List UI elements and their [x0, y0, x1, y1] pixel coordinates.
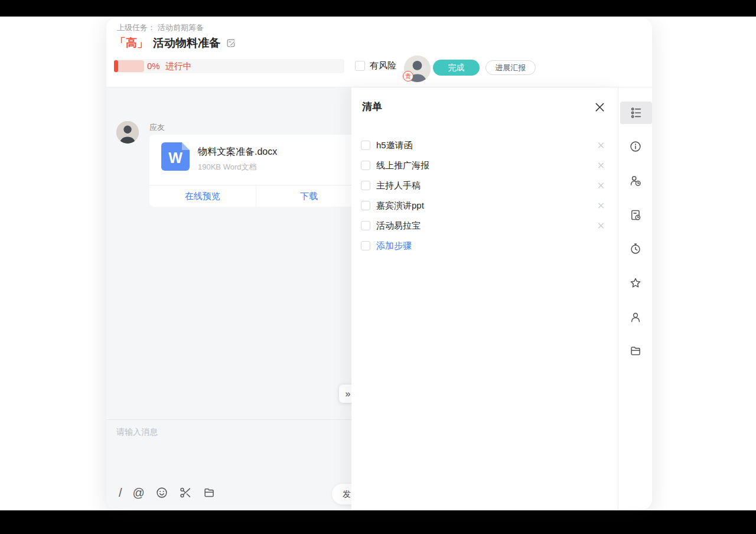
folder-icon[interactable]: [203, 486, 216, 499]
document-clock-icon: [629, 209, 642, 222]
risk-group: 有风险: [355, 60, 396, 71]
sender-avatar[interactable]: [116, 121, 139, 144]
scissors-icon[interactable]: [179, 486, 192, 499]
close-icon[interactable]: [594, 101, 606, 113]
emoji-icon[interactable]: [155, 486, 168, 499]
item-label: 活动易拉宝: [376, 220, 421, 232]
person-clock-icon: [629, 174, 642, 187]
item-label: 主持人手稿: [376, 180, 421, 191]
info-icon: [629, 140, 642, 153]
rail-item-task-record[interactable]: [618, 204, 652, 226]
edit-title-icon[interactable]: [226, 38, 236, 48]
checklist-item: 线上推广海报: [351, 155, 618, 175]
dialog-body: 应友 W 物料文案准备.docx 190KB Word文档 在线预览 下载 »: [106, 87, 652, 510]
remove-item-icon[interactable]: [597, 181, 605, 190]
send-label: 发: [343, 489, 351, 500]
rail-item-reminder[interactable]: [618, 237, 652, 260]
status-text: 进行中: [165, 61, 192, 71]
add-step-link[interactable]: 添加步骤: [376, 240, 412, 252]
rail-item-favorite[interactable]: [618, 272, 652, 294]
sender-name: 应友: [149, 122, 165, 133]
checklist-item: h5邀请函: [351, 135, 618, 155]
remove-item-icon[interactable]: [597, 161, 605, 170]
rail-item-assignee-schedule[interactable]: [618, 170, 652, 192]
add-step-row: 添加步骤: [351, 236, 618, 256]
item-label: 嘉宾演讲ppt: [376, 200, 424, 211]
remove-item-icon[interactable]: [597, 222, 605, 230]
risk-checkbox[interactable]: [355, 61, 365, 71]
task-detail-dialog: 上级任务：活动前期筹备 「高」 活动物料准备 0%进: [106, 18, 652, 510]
title-row: 「高」 活动物料准备: [115, 34, 236, 52]
checklist-title: 清单: [362, 100, 382, 113]
message-input[interactable]: [116, 427, 340, 463]
item-label: h5邀请函: [376, 140, 413, 151]
mention-icon[interactable]: @: [133, 486, 145, 499]
rail-item-files[interactable]: [618, 340, 652, 362]
double-chevron-right-icon: »: [346, 389, 351, 399]
remove-item-icon[interactable]: [597, 141, 605, 150]
progress-bar[interactable]: 0%进行中: [114, 59, 344, 73]
file-attachment-card[interactable]: W 物料文案准备.docx 190KB Word文档 在线预览 下载: [149, 135, 362, 207]
item-checkbox[interactable]: [361, 181, 370, 190]
top-black-bar: [0, 0, 756, 17]
file-name: 物料文案准备.docx: [198, 146, 277, 158]
download-link[interactable]: 下载: [256, 185, 363, 207]
slash-command-icon[interactable]: /: [119, 486, 122, 499]
checklist-steps-icon: [630, 106, 643, 119]
preview-online-link[interactable]: 在线预览: [149, 185, 256, 207]
word-file-icon: W: [161, 142, 190, 171]
parent-task-link[interactable]: 活动前期筹备: [158, 23, 204, 32]
priority-tag: 「高」: [115, 35, 148, 51]
chat-panel: 应友 W 物料文案准备.docx 190KB Word文档 在线预览 下载 »: [106, 87, 351, 510]
add-step-checkbox[interactable]: [361, 241, 370, 250]
task-header: 上级任务：活动前期筹备 「高」 活动物料准备 0%进: [106, 18, 652, 87]
folder-icon: [629, 344, 642, 357]
progress-report-button[interactable]: 进展汇报: [485, 60, 536, 75]
complete-button[interactable]: 完成: [433, 60, 480, 76]
bottom-black-bar: [0, 510, 756, 534]
item-checkbox[interactable]: [361, 161, 370, 170]
page-title: 活动物料准备: [153, 35, 220, 51]
progress-text: 0%进行中: [147, 59, 192, 73]
item-checkbox[interactable]: [361, 201, 370, 210]
item-checkbox[interactable]: [361, 221, 370, 230]
message-input-area: / @: [106, 419, 351, 510]
rail-item-checklist[interactable]: [620, 102, 652, 124]
right-icon-rail: [618, 87, 652, 510]
remove-item-icon[interactable]: [597, 201, 605, 210]
checklist-rows: h5邀请函 线上推广海报 主持人手稿 嘉: [351, 135, 618, 256]
item-label: 线上推广海报: [376, 160, 429, 171]
item-checkbox[interactable]: [361, 141, 370, 150]
owner-role-badge: 责: [403, 71, 413, 82]
rail-item-member[interactable]: [618, 306, 652, 328]
chat-toolbar: / @: [119, 486, 216, 499]
file-meta: 190KB Word文档: [198, 162, 256, 172]
star-icon: [629, 276, 642, 289]
progress-fill: [114, 60, 144, 72]
progress-handle[interactable]: [114, 60, 118, 72]
checklist-item: 活动易拉宝: [351, 216, 618, 236]
alarm-clock-icon: [629, 242, 642, 255]
parent-task-label: 上级任务：: [117, 23, 155, 32]
file-actions: 在线预览 下载: [149, 185, 362, 207]
progress-percent: 0%: [147, 61, 160, 71]
checklist-item: 嘉宾演讲ppt: [351, 196, 618, 216]
screen: 上级任务：活动前期筹备 「高」 活动物料准备 0%进: [0, 0, 756, 534]
person-icon: [629, 311, 642, 324]
breadcrumb: 上级任务：活动前期筹备: [117, 22, 204, 33]
risk-label: 有风险: [370, 60, 396, 71]
checklist-item: 主持人手稿: [351, 175, 618, 196]
checklist-panel: 清单 h5邀请函 线上推广海报: [351, 87, 618, 510]
rail-item-info[interactable]: [618, 135, 652, 158]
